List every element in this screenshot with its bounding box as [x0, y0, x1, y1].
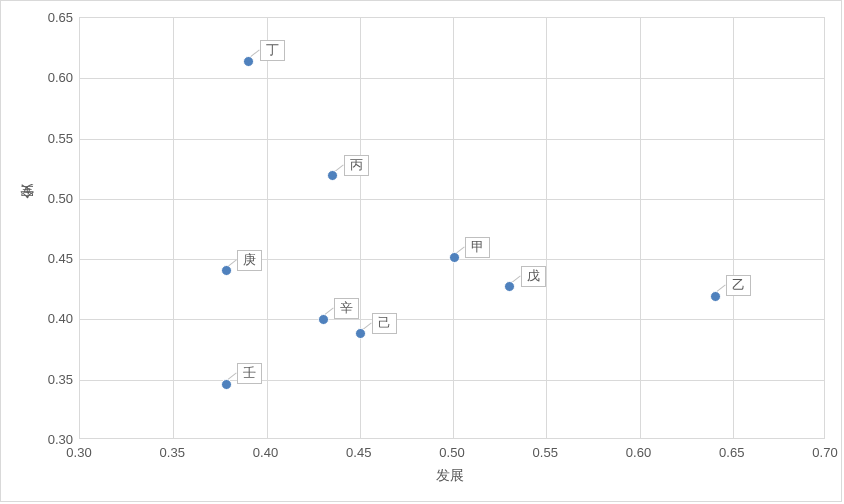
x-tick-label: 0.45 — [346, 445, 371, 460]
y-tick-label: 0.60 — [39, 70, 73, 85]
y-tick-label: 0.50 — [39, 190, 73, 205]
data-label: 庚 — [237, 250, 262, 271]
chart-container: 丁丙甲庚戊乙辛己壬 发展 安全 0.300.350.400.450.500.55… — [0, 0, 842, 502]
gridline-vertical — [640, 18, 641, 438]
data-point — [318, 314, 329, 325]
gridline-horizontal — [80, 139, 824, 140]
data-label: 壬 — [237, 363, 262, 384]
x-tick-label: 0.50 — [439, 445, 464, 460]
data-point — [243, 56, 254, 67]
data-point — [355, 328, 366, 339]
x-tick-label: 0.30 — [66, 445, 91, 460]
x-tick-label: 0.65 — [719, 445, 744, 460]
y-tick-label: 0.30 — [39, 432, 73, 447]
gridline-horizontal — [80, 380, 824, 381]
gridline-vertical — [546, 18, 547, 438]
data-label: 乙 — [726, 275, 751, 296]
data-point — [221, 379, 232, 390]
y-tick-label: 0.45 — [39, 251, 73, 266]
y-tick-label: 0.35 — [39, 371, 73, 386]
data-label: 丙 — [344, 155, 369, 176]
gridline-vertical — [733, 18, 734, 438]
gridline-horizontal — [80, 78, 824, 79]
x-tick-label: 0.55 — [533, 445, 558, 460]
data-point — [449, 252, 460, 263]
gridline-vertical — [267, 18, 268, 438]
data-point — [504, 281, 515, 292]
x-tick-label: 0.35 — [160, 445, 185, 460]
y-tick-label: 0.55 — [39, 130, 73, 145]
gridline-horizontal — [80, 199, 824, 200]
plot-area: 丁丙甲庚戊乙辛己壬 — [79, 17, 825, 439]
x-tick-label: 0.60 — [626, 445, 651, 460]
data-label: 甲 — [465, 237, 490, 258]
data-label: 戊 — [521, 266, 546, 287]
data-point — [221, 265, 232, 276]
data-point — [327, 170, 338, 181]
x-axis-label: 发展 — [436, 467, 464, 485]
data-label: 辛 — [334, 298, 359, 319]
data-point — [710, 291, 721, 302]
gridline-horizontal — [80, 319, 824, 320]
y-tick-label: 0.40 — [39, 311, 73, 326]
x-tick-label: 0.40 — [253, 445, 278, 460]
data-label: 己 — [372, 313, 397, 334]
gridline-vertical — [173, 18, 174, 438]
y-tick-label: 0.65 — [39, 10, 73, 25]
x-tick-label: 0.70 — [812, 445, 837, 460]
gridline-vertical — [453, 18, 454, 438]
gridline-vertical — [360, 18, 361, 438]
data-label: 丁 — [260, 40, 285, 61]
